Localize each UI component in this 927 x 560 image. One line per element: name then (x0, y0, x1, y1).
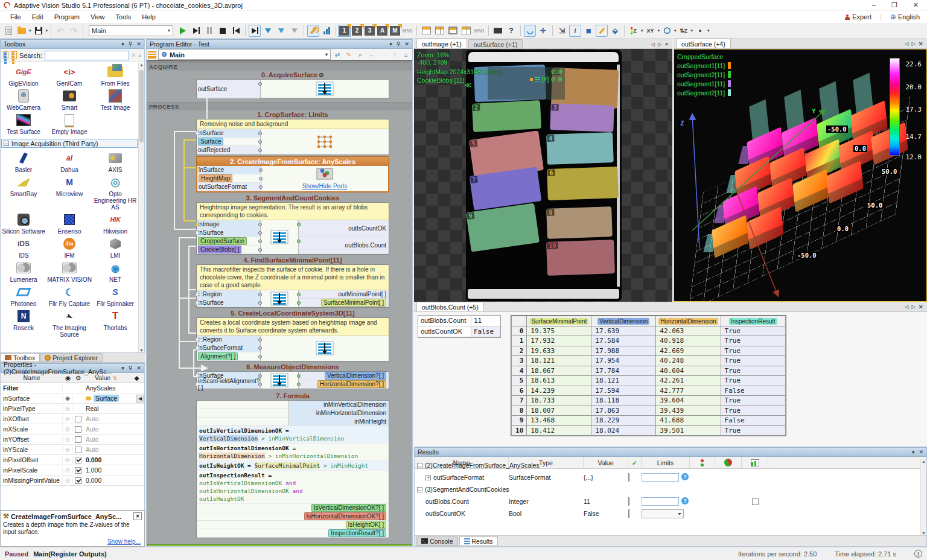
toolbox-item-gigevision[interactable]: GigEGigEVision (1, 64, 46, 87)
property-row-inpixeltype[interactable]: inPixelType◎Real (1, 404, 144, 414)
table-row[interactable]: 418.06717.78440.604True (512, 366, 786, 376)
result-row-2-createimagefromsurface-anyscales[interactable]: –(2)CreateImageFromSurface_AnyScales (415, 459, 920, 471)
zscale-button[interactable]: Z (628, 25, 640, 37)
nav-forward-icon[interactable]: → (378, 50, 388, 60)
results-close-icon[interactable]: ✕ (919, 449, 923, 455)
auto-checkbox[interactable] (73, 477, 83, 484)
toolbox-item-ifm[interactable]: ifmIFM (46, 236, 92, 259)
property-value[interactable]: 0.000 (83, 456, 144, 463)
port-inregion[interactable]: ▶▶inRegion (197, 336, 260, 344)
properties-pin-icon[interactable]: ⚲ (129, 365, 133, 371)
property-value[interactable]: Auto (83, 425, 144, 433)
property-row-filter[interactable]: FilterAnyScales (1, 383, 144, 393)
nav-up-icon[interactable]: ↑ (390, 50, 400, 60)
block-gear-icon[interactable]: ⚙ (319, 72, 324, 78)
data-tabs-close-icon[interactable]: ✕ (919, 304, 923, 310)
image-view-area[interactable]: 12354679810 Zoom: 16% -480, 2489 HeightM… (414, 49, 672, 302)
checkbox[interactable] (75, 467, 81, 474)
limit-enable-checkbox[interactable] (628, 497, 629, 506)
formula-out-isverticaldimensionok[interactable]: IsVerticalDimensionOK?[ ] (197, 504, 389, 512)
toolbox-view-grid-icon[interactable] (3, 51, 8, 59)
block-create-image-from-surface[interactable]: 2. CreateImageFromSurface: AnyScales ▶in… (196, 156, 389, 192)
formula-line-1[interactable]: outIsHorizontalDimensionOK =HorizontalDi… (197, 444, 389, 461)
auto-checkbox[interactable] (73, 447, 83, 453)
layer-close-icon[interactable]: ⊗ (558, 68, 562, 75)
layout-quad-button[interactable] (433, 25, 445, 37)
show-hide-ports-link[interactable]: Show/Hide Ports (302, 183, 347, 189)
expert-mode-button[interactable]: Expert (845, 13, 871, 21)
toolbox-item-flir-spinnaker[interactable]: SFlir Spinnaker (92, 284, 138, 307)
pixel-grid-button[interactable]: ▦ (582, 25, 594, 37)
auto-checkbox[interactable] (73, 457, 83, 463)
port-connector[interactable] (297, 301, 301, 305)
checkbox[interactable] (75, 416, 81, 422)
cookie-blob-2[interactable]: 2 (472, 100, 541, 132)
help-button[interactable]: ? (505, 25, 517, 37)
workspace-hmi-button[interactable]: HMI (401, 25, 413, 37)
property-value[interactable]: Real (83, 405, 144, 412)
auto-checkbox[interactable] (73, 416, 83, 422)
legend-outsegment1-11[interactable]: outSegment1[11] (677, 79, 731, 88)
toolbox-scrollbar[interactable]: ▲ ▼ (138, 63, 144, 352)
toolbox-item-lumenera[interactable]: Lumenera (1, 260, 46, 283)
property-row-inyscale[interactable]: inYScale◎Auto (1, 445, 144, 455)
toolbox-pin-icon[interactable]: ⚲ (129, 41, 133, 47)
layout-hmi-button[interactable]: HMI (473, 25, 485, 37)
result-row-3-segmentandcountcookies[interactable]: –(3)SegmentAndCountCookies (415, 483, 920, 495)
table-row[interactable]: 1018.41218.02439.501True (512, 425, 786, 436)
table-row[interactable]: 718.73318.11839.604True (512, 396, 786, 406)
port-connector[interactable] (259, 168, 263, 172)
notification-icon[interactable]: ! (914, 550, 922, 558)
formula-in-inminverticaldimension[interactable]: inMinVerticalDimension (197, 401, 389, 409)
maximize-button[interactable]: ❐ (891, 1, 897, 9)
redo-button[interactable]: ↷ (68, 25, 80, 37)
toolbox-item-webcamera[interactable]: WebCamera (1, 88, 46, 111)
port-connector[interactable] (259, 185, 263, 189)
layer-color-icon[interactable] (530, 78, 533, 81)
layer2-close-icon[interactable]: ⊗ (558, 76, 562, 83)
step-instant-button[interactable] (288, 25, 301, 37)
port-connector[interactable] (258, 240, 262, 243)
step-out-button[interactable] (275, 25, 287, 37)
show-help-link[interactable]: Show help... (107, 538, 141, 545)
formula-in-inminheight[interactable]: inMinHeight (197, 418, 389, 426)
scroll-thumb[interactable] (139, 70, 144, 142)
scroll-up-icon[interactable]: ▲ (139, 63, 144, 67)
toolbox-item-test-image[interactable]: Test Image (92, 88, 138, 111)
summary-outiscountok[interactable]: outIsCountOKFalse (418, 326, 500, 337)
toolbox-item-microview[interactable]: MMicroview (46, 174, 92, 211)
table-row[interactable]: 614.23917.59442.777False (512, 386, 786, 396)
column-header-inspectionresult[interactable]: InspectionResult (721, 316, 785, 326)
port-connector[interactable] (258, 132, 262, 135)
table-row[interactable]: 019.37517.63942.063True (512, 326, 786, 336)
collapse-overlay-icon[interactable]: ≪ (464, 81, 472, 89)
port-outiscountok[interactable]: outIsCountOK (299, 220, 389, 237)
menu-view[interactable]: View (85, 12, 110, 22)
restart-button[interactable] (230, 25, 242, 37)
toolbox-item-hikvision[interactable]: HIKHikvision (92, 212, 138, 235)
checkbox[interactable] (75, 477, 81, 484)
eye-icon[interactable]: ◎ (63, 477, 73, 483)
property-value[interactable]: Auto (83, 446, 144, 453)
port-connector[interactable] (258, 223, 262, 226)
color-picker-button[interactable] (596, 25, 608, 37)
port-connector[interactable] (258, 355, 262, 358)
toolbox-item-lmi[interactable]: LMI (92, 236, 138, 259)
port-connector[interactable] (297, 293, 301, 296)
open-project-button[interactable] (16, 25, 28, 37)
toolbox-item-smartray[interactable]: SmartRay (1, 174, 46, 211)
port-insurface[interactable]: ▶inSurface (197, 299, 260, 307)
results-scroll-down-icon[interactable]: ▼ (921, 531, 926, 535)
collapse-expander-icon[interactable]: – (417, 487, 422, 492)
property-row-inyoffset[interactable]: inYOffset◎Auto (1, 434, 144, 445)
search-add-icon[interactable]: ⌕ (138, 52, 142, 59)
view3d-button[interactable]: ⬙ (609, 25, 621, 37)
toolbox-item-from-files[interactable]: From Files (92, 64, 138, 87)
property-row-inmissingpointvalue[interactable]: inMissingPointValue◎0.000 (1, 476, 144, 486)
summary-outblobs-count[interactable]: outBlobs.Count11 (418, 316, 500, 326)
layout-columns-button[interactable] (460, 25, 472, 37)
tab-outsurface-1[interactable]: outSurface (+1) (468, 39, 523, 48)
port-connector[interactable] (297, 374, 301, 378)
cookie-blob-10[interactable]: 10 (546, 240, 615, 276)
menu-help[interactable]: Help (136, 12, 161, 22)
